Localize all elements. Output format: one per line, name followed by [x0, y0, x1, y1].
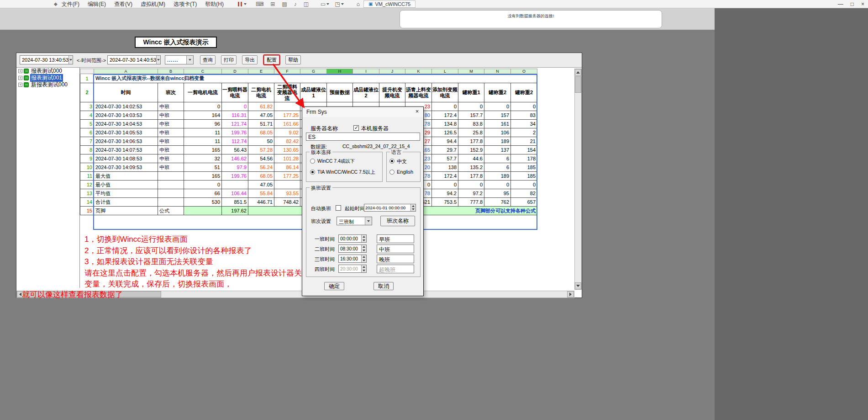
sheet-cell[interactable]: 157.7 [458, 111, 484, 120]
sheet-cell[interactable]: 777.8 [458, 198, 484, 207]
header-cell[interactable]: 二剪喂料变频器电流 [274, 83, 300, 102]
shift4-time-input[interactable]: 20:30:00 [338, 265, 367, 273]
sheet-cell[interactable]: 2024-07-30 14:08:53 [94, 154, 158, 163]
sheet-title-cell[interactable]: Wincc 嵌入式报表演示--数据来自wincc归档变量 [94, 74, 537, 83]
sheet-cell[interactable]: 2024-07-30 14:07:53 [94, 146, 158, 154]
scroll-up-button[interactable] [575, 69, 581, 76]
row-number[interactable]: 9 [80, 154, 94, 163]
header-cell[interactable]: 罐称重1 [458, 83, 484, 102]
sheet-cell[interactable]: 51 [184, 163, 222, 172]
sheet-cell[interactable]: 57.28 [248, 146, 274, 154]
network-icon[interactable]: ◫ [304, 1, 309, 7]
close-button[interactable]: × [861, 1, 864, 7]
shift-filter-combo[interactable]: ...... [165, 55, 194, 64]
column-letter-D[interactable]: D [222, 69, 248, 74]
sheet-cell[interactable]: 中班 [158, 102, 184, 111]
console-view-button[interactable]: ▭ [321, 1, 329, 7]
sheet-cell[interactable]: 54.56 [248, 154, 274, 163]
sheet-cell[interactable]: 中班 [158, 128, 184, 137]
sheet-cell[interactable]: 47.05 [248, 111, 274, 120]
local-server-checkbox[interactable] [353, 125, 359, 131]
sheet-cell[interactable]: 177.8 [458, 137, 484, 146]
pause-vm-button[interactable] [238, 2, 247, 6]
row-number[interactable]: 4 [80, 111, 94, 120]
sheet-cell[interactable] [184, 207, 222, 215]
sheet-cell[interactable]: 165 [184, 172, 222, 181]
sheet-cell[interactable]: 55.84 [248, 189, 274, 198]
sheet-cell[interactable]: 762 [484, 198, 511, 207]
sheet-cell[interactable]: 中班 [158, 137, 184, 146]
sheet-cell[interactable]: 0 [484, 102, 511, 111]
shift-mode-combo[interactable]: 三班制 [337, 217, 372, 225]
help-button[interactable]: 帮助 [285, 55, 301, 64]
sheet-cell[interactable]: 121.74 [222, 120, 248, 128]
sheet-cell[interactable]: 161 [484, 120, 511, 128]
shift-names-button[interactable]: 班次名称 [380, 216, 415, 226]
header-cell[interactable]: 成品罐液位2 [353, 83, 379, 102]
sheet-cell[interactable]: 172.4 [432, 172, 458, 181]
row-number[interactable]: 14 [80, 198, 94, 207]
sheet-cell[interactable]: 126.5 [432, 128, 458, 137]
sheet-cell[interactable]: 平均值 [94, 189, 158, 198]
menu-file[interactable]: 文件(F) [58, 0, 84, 8]
ok-button[interactable]: 确定 [324, 282, 344, 290]
sheet-cell[interactable]: 2024-07-30 14:09:53 [94, 163, 158, 172]
tree-item-2[interactable]: 新报表测试000 [16, 81, 79, 88]
sheet-cell[interactable]: 合计值 [94, 198, 158, 207]
sheet-cell[interactable]: 530 [184, 198, 222, 207]
dialog-close-button[interactable]: × [413, 108, 421, 116]
row-number[interactable]: 10 [80, 163, 94, 172]
column-letter-B[interactable]: B [158, 69, 184, 74]
sheet-cell[interactable]: 2 [511, 128, 537, 137]
sheet-cell[interactable]: 11 [184, 128, 222, 137]
devices-icon[interactable]: ▤ [282, 1, 287, 7]
menu-edit[interactable]: 编辑(E) [84, 0, 110, 8]
home-tab-icon[interactable]: ⌂ [357, 1, 360, 7]
print-button[interactable]: 打印 [221, 55, 237, 64]
sheet-cell[interactable]: 83 [511, 111, 537, 120]
tree-item-1[interactable]: 报表测试001 [16, 74, 79, 81]
sheet-cell[interactable]: 185 [511, 172, 537, 181]
vm-tab[interactable]: ▣ VM_cWINCC75 [363, 0, 416, 8]
row-number[interactable]: 13 [80, 189, 94, 198]
sheet-cell[interactable]: 189 [484, 137, 511, 146]
shift2-name-input[interactable]: 中班 [377, 245, 414, 253]
header-cell[interactable]: 二剪电机电流 [248, 83, 274, 102]
sheet-cell[interactable]: 47.05 [248, 181, 274, 189]
header-cell[interactable]: 一剪电机电流 [184, 83, 222, 102]
menu-vm[interactable]: 虚拟机(M) [137, 0, 169, 8]
sheet-cell[interactable]: 94.2 [432, 189, 458, 198]
sheet-cell[interactable]: 116.31 [222, 111, 248, 120]
expand-plus-icon[interactable] [18, 83, 22, 87]
column-letter-G[interactable]: G [300, 69, 327, 74]
time-spinner[interactable] [361, 235, 366, 242]
version-radio-0[interactable] [310, 159, 315, 164]
row-number[interactable]: 1 [80, 74, 94, 83]
sheet-cell[interactable]: 中班 [158, 146, 184, 154]
shift-filter-dropdown-button[interactable] [186, 56, 193, 64]
sheet-cell[interactable]: 164 [184, 111, 222, 120]
config-button[interactable]: 配置 [264, 55, 279, 64]
menu-tabs[interactable]: 选项卡(T) [169, 0, 201, 8]
minimize-button[interactable]: — [838, 1, 843, 7]
sheet-cell[interactable]: 最大值 [94, 172, 158, 181]
sheet-cell[interactable]: 2024-07-30 14:05:53 [94, 128, 158, 137]
shift1-time-input[interactable]: 00:00:00 [338, 234, 367, 243]
row-number[interactable]: 2 [80, 83, 94, 102]
server-name-input[interactable]: ES [306, 133, 420, 141]
sheet-cell[interactable]: 68.05 [248, 172, 274, 181]
sheet-cell[interactable]: 2024-07-30 14:04:53 [94, 120, 158, 128]
sound-icon[interactable]: ♪ [294, 1, 297, 7]
column-letter-E[interactable]: E [248, 69, 274, 74]
menu-help[interactable]: 帮助(H) [201, 0, 228, 8]
sheet-cell[interactable]: 112.74 [222, 137, 248, 146]
menu-view[interactable]: 查看(V) [110, 0, 137, 8]
end-time-picker-button[interactable] [156, 56, 160, 64]
sheet-cell[interactable]: 172.4 [432, 111, 458, 120]
start-time-input[interactable]: 2024-07-30 13:40:53 [20, 55, 73, 64]
version-option-label[interactable]: WinCC 7.4或以下 [317, 158, 355, 165]
sheet-cell[interactable]: 56.43 [222, 146, 248, 154]
sheet-cell[interactable]: 0 [458, 102, 484, 111]
language-option-label[interactable]: English [397, 169, 413, 175]
sheet-cell[interactable]: 177.25 [274, 111, 300, 120]
